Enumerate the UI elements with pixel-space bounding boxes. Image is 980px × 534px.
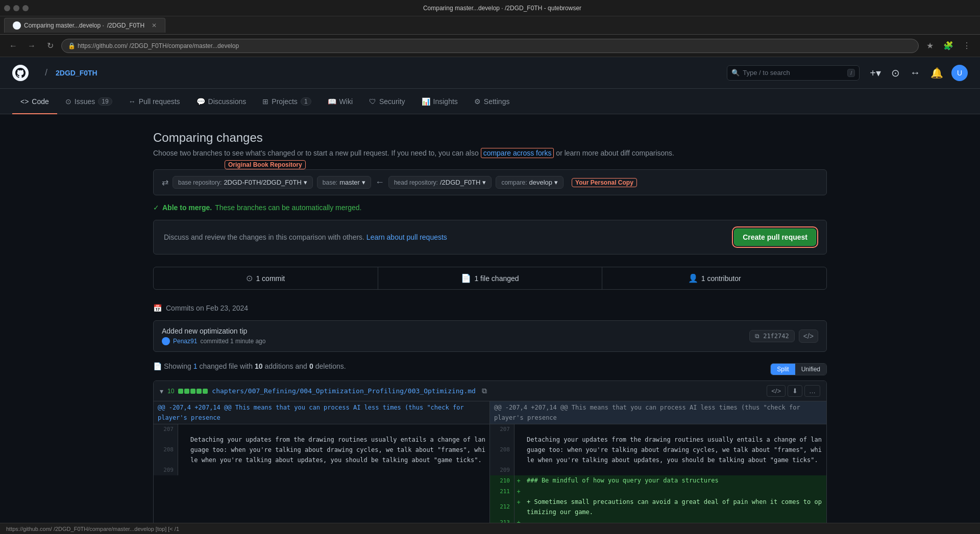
tab-wiki[interactable]: 📖 Wiki bbox=[320, 89, 361, 114]
tab-discussions[interactable]: 💬 Discussions bbox=[188, 89, 255, 114]
breadcrumb-separator: / bbox=[45, 67, 47, 78]
code-browse-icon: </> bbox=[803, 332, 814, 340]
reload-button[interactable]: ↻ bbox=[43, 39, 57, 53]
compare-forks-link[interactable]: compare across forks bbox=[481, 148, 554, 158]
line-num-210-right: 210 bbox=[490, 475, 514, 486]
commits-date: Commits on Feb 23, 2024 bbox=[166, 304, 248, 312]
back-button[interactable]: ← bbox=[6, 39, 20, 53]
pull-requests-button[interactable]: ↔ bbox=[908, 65, 922, 81]
wiki-label: Wiki bbox=[339, 97, 353, 106]
plus-button[interactable]: +▾ bbox=[868, 65, 883, 81]
window-controls[interactable] bbox=[4, 5, 29, 11]
user-avatar[interactable]: U bbox=[951, 65, 968, 81]
code-label: Code bbox=[32, 97, 48, 106]
forward-button[interactable]: → bbox=[24, 39, 39, 53]
files-stat[interactable]: 📄 1 file changed bbox=[378, 267, 603, 289]
diff-line-left-207: 207 bbox=[154, 424, 489, 435]
line-content-207-right bbox=[523, 424, 826, 435]
line-num-207-right: 207 bbox=[490, 424, 514, 435]
browser-tab[interactable]: Comparing master...develop · /2DGD_F0TH … bbox=[4, 18, 165, 33]
view-file-button[interactable]: </> bbox=[767, 385, 786, 397]
issues-button[interactable]: ⊙ bbox=[889, 65, 902, 81]
projects-label: Projects bbox=[272, 97, 298, 106]
settings-icon: ⚙ bbox=[474, 97, 481, 106]
browse-files-button[interactable]: </> bbox=[799, 329, 818, 343]
head-repo-selector[interactable]: head repository: /2DGD_F0TH ▾ bbox=[388, 176, 492, 189]
more-options-button[interactable]: … bbox=[804, 385, 820, 397]
file-collapse-toggle[interactable]: ▾ bbox=[160, 387, 163, 395]
download-button[interactable]: ⬇ bbox=[788, 385, 802, 397]
search-shortcut: / bbox=[847, 69, 855, 77]
compare-branch-chevron: ▾ bbox=[554, 179, 558, 186]
additions-count: 10 bbox=[255, 362, 263, 370]
global-search[interactable]: 🔍 Type / to search / bbox=[727, 65, 860, 81]
tab-security[interactable]: 🛡 Security bbox=[361, 89, 413, 114]
tab-repo: /2DGD_F0TH bbox=[107, 22, 144, 29]
diff-additions-badge: 10 bbox=[167, 388, 174, 395]
tab-settings[interactable]: ⚙ Settings bbox=[466, 89, 518, 114]
learn-pr-link[interactable]: Learn about pull requests bbox=[366, 233, 447, 241]
browser-tab-bar: Comparing master...develop · /2DGD_F0TH … bbox=[0, 16, 980, 35]
page-title: Comparing changes bbox=[153, 131, 827, 145]
unified-view-button[interactable]: Unified bbox=[795, 364, 826, 375]
line-num-207-left: 207 bbox=[154, 424, 178, 435]
view-toggle: Split Unified bbox=[770, 363, 827, 375]
pr-discuss-text: Discuss and review the changes in this c… bbox=[164, 233, 364, 241]
stats-bar: ⊙ 1 commit 📄 1 file changed 👤 1 contribu… bbox=[153, 267, 827, 290]
tab-projects[interactable]: ⊞ Projects 1 bbox=[254, 89, 319, 114]
projects-badge: 1 bbox=[301, 97, 311, 106]
base-repo-selector[interactable]: base repository: 2DGD-F0TH/2DGD_F0TH ▾ bbox=[173, 176, 313, 189]
address-bar[interactable]: 🔒 https://github.com/ /2DGD_F0TH/compare… bbox=[61, 39, 919, 53]
tab-pull-requests[interactable]: ↔ Pull requests bbox=[120, 89, 188, 114]
menu-button[interactable]: ⋮ bbox=[960, 39, 974, 53]
diff-bar bbox=[178, 389, 208, 394]
diff-file-header: ▾ 10 chapters/007_Refining/004_Optimizat… bbox=[154, 381, 826, 401]
window-close[interactable] bbox=[4, 5, 10, 11]
diff-line-right-207: 207 bbox=[490, 424, 826, 435]
diff-bar-filled-4 bbox=[197, 389, 202, 394]
diff-filename[interactable]: chapters/007_Refining/004_Optimization_P… bbox=[212, 387, 476, 395]
subtitle-text: Choose two branches to see what's change… bbox=[153, 149, 479, 157]
line-num-209-right: 209 bbox=[490, 465, 514, 475]
github-favicon bbox=[13, 21, 21, 30]
tab-close-icon[interactable]: ✕ bbox=[152, 22, 157, 29]
notifications-button[interactable]: 🔔 bbox=[928, 65, 945, 81]
tab-insights[interactable]: 📊 Insights bbox=[413, 89, 466, 114]
tab-issues[interactable]: ⊙ Issues 19 bbox=[57, 89, 120, 114]
bookmarks-button[interactable]: ★ bbox=[923, 39, 937, 53]
base-branch-selector[interactable]: base: master ▾ bbox=[317, 176, 371, 189]
main-content: Comparing changes Choose two branches to… bbox=[133, 114, 847, 534]
copy-hash-button[interactable]: ⧉ 21f2742 bbox=[749, 330, 795, 342]
compare-branch-selector[interactable]: compare: develop ▾ bbox=[496, 176, 564, 189]
split-view-button[interactable]: Split bbox=[771, 364, 795, 375]
pr-icon: ↔ bbox=[129, 97, 136, 106]
copy-icon: ⧉ bbox=[755, 333, 760, 340]
page-subtitle: Choose two branches to see what's change… bbox=[153, 149, 827, 157]
copy-filename-icon[interactable]: ⧉ bbox=[482, 387, 487, 395]
diff-line-right-212: 212 + + Sometimes small precautions can … bbox=[490, 497, 826, 517]
pr-info-box: Discuss and review the changes in this c… bbox=[153, 220, 827, 255]
commits-stat[interactable]: ⊙ 1 commit bbox=[154, 267, 378, 289]
merge-status: ✓ Able to merge. These branches can be a… bbox=[153, 204, 827, 212]
window-minimize[interactable] bbox=[13, 5, 19, 11]
files-count: 1 file changed bbox=[474, 274, 519, 283]
line-content-208-left: Detaching your updates from the drawing … bbox=[186, 435, 489, 465]
line-content-211-right bbox=[523, 486, 826, 497]
diff-container: ▾ 10 chapters/007_Refining/004_Optimizat… bbox=[153, 380, 827, 534]
merge-status-text: Able to merge. bbox=[162, 204, 212, 212]
commit-title: Added new optimization tip bbox=[162, 327, 265, 335]
github-logo[interactable] bbox=[12, 65, 29, 81]
commit-author[interactable]: Penaz91 bbox=[173, 338, 197, 345]
window-maximize[interactable] bbox=[22, 5, 29, 11]
diff-bar-filled-3 bbox=[190, 389, 195, 394]
issues-icon: ⊙ bbox=[65, 97, 71, 106]
commits-header: 📅 Commits on Feb 23, 2024 bbox=[153, 300, 827, 316]
extensions-button[interactable]: 🧩 bbox=[941, 39, 955, 53]
with-label: with bbox=[240, 362, 253, 370]
contributors-stat[interactable]: 👤 1 contributor bbox=[602, 267, 826, 289]
tab-code[interactable]: <> Code bbox=[12, 89, 57, 114]
repo-name[interactable]: 2DGD_F0TH bbox=[56, 69, 97, 77]
line-num-212-right: 212 bbox=[490, 497, 514, 517]
create-pull-request-button[interactable]: Create pull request bbox=[734, 228, 816, 246]
line-content-209-left bbox=[186, 465, 489, 475]
